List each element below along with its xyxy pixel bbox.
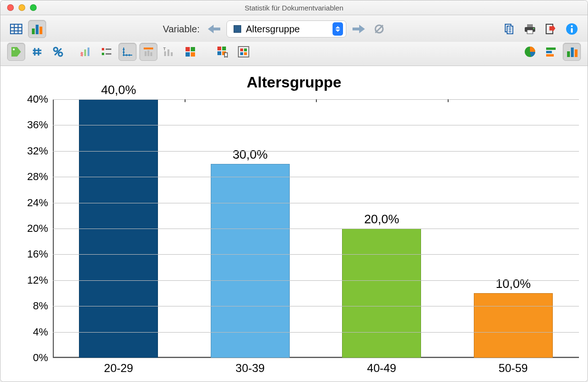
sort-bars-button[interactable] [77, 43, 95, 61]
svg-rect-57 [217, 47, 221, 50]
bar-value-label: 40,0% [101, 83, 136, 97]
hbar-chart-icon [545, 47, 557, 57]
svg-rect-31 [81, 52, 83, 56]
svg-point-24 [571, 25, 573, 27]
svg-rect-56 [191, 52, 195, 57]
svg-rect-65 [244, 52, 247, 55]
minimize-window-button[interactable] [19, 4, 25, 11]
copy-icon [503, 23, 515, 35]
chart-view-button[interactable] [28, 20, 46, 38]
color-grid-bookmark-icon [217, 46, 228, 57]
window-title: Statistik für Dokumentvariablen [0, 4, 588, 12]
chart-plot: 40,0%30,0%20,0%10,0% 0%4%8%12%16%20%24%2… [53, 99, 579, 358]
svg-rect-51 [167, 49, 169, 56]
y-tick-label: 4% [10, 326, 48, 338]
y-tick-label: 20% [10, 222, 48, 235]
bar-rect [474, 293, 553, 358]
svg-rect-36 [106, 48, 111, 50]
print-button[interactable] [521, 20, 539, 38]
svg-rect-64 [240, 52, 243, 55]
svg-rect-48 [150, 52, 152, 56]
svg-marker-9 [353, 25, 365, 33]
toggle-missing-button[interactable] [370, 20, 388, 38]
y-tick-label: 0% [10, 352, 48, 364]
count-mode-button[interactable] [28, 43, 46, 61]
color-assign-button[interactable] [181, 43, 199, 61]
data-labels-button[interactable]: T [160, 43, 178, 61]
svg-rect-54 [191, 47, 195, 51]
svg-rect-55 [186, 52, 190, 57]
svg-rect-58 [222, 47, 226, 50]
svg-rect-25 [571, 28, 573, 33]
app-window: Statistik für Dokumentvariablen Variable… [0, 0, 588, 382]
bar-30-39: 30,0% [211, 147, 290, 358]
bar-40-49: 20,0% [342, 212, 421, 358]
export-button[interactable] [542, 20, 560, 38]
color-grid-boxed-icon [238, 46, 249, 57]
svg-rect-35 [102, 48, 104, 50]
pie-chart-button[interactable] [521, 43, 539, 61]
svg-point-28 [54, 48, 58, 51]
sort-bars-icon [80, 47, 91, 57]
svg-rect-50 [164, 51, 166, 56]
close-window-button[interactable] [7, 4, 14, 11]
copy-button[interactable] [500, 20, 518, 38]
table-view-button[interactable] [7, 20, 25, 38]
variable-swatch-icon [234, 25, 241, 33]
y-tick-label: 28% [10, 171, 48, 183]
x-tick-label: 30-39 [235, 362, 265, 375]
svg-rect-61 [238, 47, 249, 57]
grid-line [53, 125, 579, 125]
svg-rect-72 [575, 49, 578, 57]
pie-chart-icon [524, 46, 536, 57]
scale-button[interactable] [118, 43, 137, 61]
svg-rect-47 [147, 50, 149, 56]
svg-rect-45 [144, 48, 153, 49]
next-variable-button[interactable] [349, 20, 367, 38]
grid-line [53, 151, 579, 152]
title-icon [143, 47, 154, 57]
svg-rect-6 [36, 25, 39, 34]
grid-line [53, 332, 579, 333]
variable-select-value: Altersgruppe [246, 24, 300, 35]
svg-rect-46 [145, 51, 147, 56]
printer-icon [524, 23, 536, 35]
y-tick-label: 12% [10, 274, 48, 286]
load-preset-button[interactable] [235, 43, 253, 61]
y-tick-label: 16% [10, 248, 48, 260]
grid-line [53, 306, 579, 306]
hbar-chart-button[interactable] [542, 43, 560, 61]
title-toggle-button[interactable] [139, 43, 157, 61]
toolbar-secondary: T [0, 42, 588, 66]
vbar-chart-button[interactable] [563, 43, 581, 61]
info-icon [566, 23, 578, 35]
grid-line [53, 177, 579, 177]
svg-rect-59 [217, 51, 221, 55]
chart-area: Altersgruppe 40,0%30,0%20,0%10,0% 0%4%8%… [0, 66, 588, 382]
hash-icon [32, 47, 42, 57]
svg-rect-62 [240, 48, 243, 51]
zoom-window-button[interactable] [30, 4, 37, 11]
tag-mode-button[interactable] [7, 43, 25, 61]
arrow-left-icon [208, 24, 221, 34]
window-controls [0, 4, 37, 11]
grid-line [53, 280, 579, 281]
svg-rect-19 [527, 30, 533, 34]
svg-rect-34 [88, 48, 89, 56]
percent-icon [53, 47, 63, 57]
scale-axes-icon [122, 47, 133, 57]
legend-button[interactable] [98, 43, 116, 61]
save-preset-button[interactable] [214, 43, 232, 61]
x-tick-label: 40-49 [367, 362, 396, 375]
variable-select[interactable]: Altersgruppe [226, 20, 346, 38]
x-tick-label: 20-29 [104, 362, 133, 375]
bar-20-29: 40,0% [79, 83, 158, 358]
svg-rect-71 [571, 48, 574, 57]
info-button[interactable] [563, 20, 581, 38]
percent-mode-button[interactable] [49, 43, 67, 61]
svg-point-27 [13, 48, 15, 50]
prev-variable-button[interactable] [206, 20, 224, 38]
bar-value-label: 30,0% [233, 147, 268, 162]
grid-line [53, 358, 579, 358]
bar-rect [211, 164, 290, 358]
